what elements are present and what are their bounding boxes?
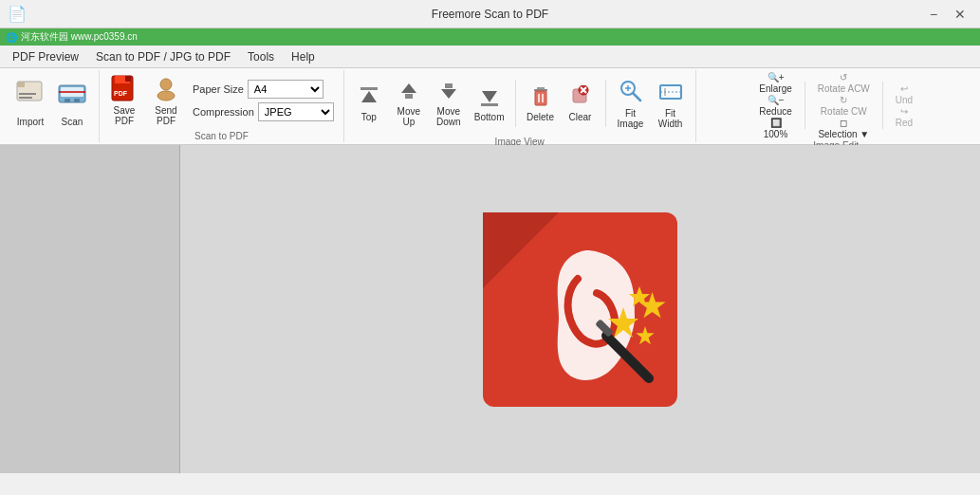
save-pdf-icon: PDF — [111, 75, 138, 103]
rotate-acw-label: Rotate ACW — [818, 83, 870, 94]
scan-label: Scan — [62, 117, 83, 127]
close-button[interactable]: ✕ — [948, 5, 972, 24]
scan-to-pdf-form: Paper Size A4 A3 Letter Legal Compressio… — [189, 78, 338, 123]
fit-width-button[interactable]: FitWidth — [652, 75, 690, 132]
svg-rect-12 — [125, 76, 131, 82]
undo-redo-controls: ↩ Und ↪ Red — [891, 83, 917, 127]
scan-icon — [57, 78, 87, 115]
svg-rect-1 — [17, 82, 25, 87]
fit-image-svg — [618, 78, 644, 104]
selection-icon: ◻ — [840, 118, 847, 128]
app-icon: 📄 — [8, 5, 27, 23]
send-pdf-label: SendPDF — [155, 105, 176, 126]
save-pdf-button[interactable]: PDF SavePDF — [105, 72, 143, 129]
rotate-cw-icon: ↻ — [840, 95, 847, 105]
selection-button[interactable]: ◻ Selection ▼ — [813, 118, 875, 138]
top-icon — [358, 85, 380, 110]
import-svg — [15, 78, 46, 108]
svg-rect-20 — [445, 83, 453, 88]
menu-scan-to-pdf[interactable]: Scan to PDF / JPG to PDF — [87, 47, 239, 66]
bottom-icon — [478, 85, 501, 110]
fit-image-icon — [618, 78, 644, 106]
left-panel — [0, 145, 180, 473]
move-up-svg — [398, 80, 420, 102]
compression-label: Compression — [193, 106, 254, 118]
top-label: Top — [361, 112, 377, 122]
send-pdf-button[interactable]: SendPDF — [147, 72, 185, 129]
move-down-button[interactable]: MoveDown — [430, 75, 468, 132]
watermark-banner: 🌐 河东软件园 www.pc0359.cn — [0, 28, 980, 46]
move-up-icon — [398, 80, 420, 104]
rotate-controls: ↺ Rotate ACW ↻ Rotate CW ◻ Selection ▼ — [813, 72, 875, 138]
menu-pdf-preview[interactable]: PDF Preview — [4, 47, 87, 66]
send-pdf-icon — [153, 75, 179, 103]
delete-icon — [529, 85, 552, 110]
top-svg — [358, 85, 380, 108]
send-pdf-svg — [153, 75, 179, 101]
svg-line-33 — [633, 93, 640, 101]
window-title: Freemore Scan to PDF — [432, 8, 548, 21]
clear-svg — [569, 85, 592, 108]
ribbon-group-scan-to-pdf: PDF SavePDF SendPDF — [100, 70, 344, 142]
delete-label: Delete — [527, 112, 554, 122]
import-label: Import — [17, 117, 44, 127]
app-logo — [483, 212, 677, 407]
svg-rect-25 — [535, 91, 546, 105]
separator-3 — [804, 82, 805, 129]
bottom-button[interactable]: Bottom — [470, 75, 509, 132]
selection-label: Selection ▼ — [818, 129, 869, 139]
ribbon-content: Import Scan — [0, 68, 980, 144]
svg-rect-6 — [65, 99, 70, 102]
move-down-label: MoveDown — [436, 106, 461, 127]
undo-button[interactable]: ↩ Und — [891, 83, 917, 104]
undo-icon: ↩ — [900, 83, 908, 94]
move-up-button[interactable]: MoveUp — [390, 75, 428, 132]
delete-button[interactable]: Delete — [522, 75, 560, 132]
svg-rect-7 — [74, 99, 80, 102]
paper-size-select[interactable]: A4 A3 Letter Legal — [248, 80, 324, 99]
clear-button[interactable]: Clear — [562, 75, 600, 132]
ribbon-group-import-scan: Import Scan — [4, 70, 100, 142]
delete-svg — [529, 85, 552, 108]
separator-4 — [882, 82, 883, 129]
ribbon-group-image-view: Top MoveUp — [344, 70, 696, 142]
clear-icon — [569, 85, 592, 110]
reduce-button[interactable]: 🔍− Reduce — [754, 95, 796, 116]
workspace — [180, 145, 980, 473]
import-button[interactable]: Import — [9, 74, 51, 131]
menu-help[interactable]: Help — [283, 47, 324, 66]
enlarge-button[interactable]: 🔍+ Enlarge — [754, 72, 796, 93]
redo-button[interactable]: ↪ Red — [891, 106, 917, 127]
svg-rect-18 — [405, 94, 413, 99]
compression-select[interactable]: JPEG PNG TIFF — [258, 102, 334, 121]
fit-image-button[interactable]: FitImage — [612, 75, 650, 132]
rotate-acw-button[interactable]: ↺ Rotate ACW — [813, 72, 875, 93]
scan-button[interactable]: Scan — [51, 74, 93, 131]
save-pdf-svg: PDF — [111, 75, 138, 101]
reduce-icon: 🔍− — [767, 95, 785, 105]
zoom-100-button[interactable]: 🔲 100% — [754, 118, 796, 138]
separator-2 — [605, 80, 606, 127]
menu-tools[interactable]: Tools — [239, 47, 283, 66]
zoom-100-label: 100% — [764, 129, 788, 139]
reduce-label: Reduce — [759, 106, 791, 117]
minimize-button[interactable]: − — [921, 5, 946, 24]
scan-svg — [57, 78, 87, 108]
rotate-cw-button[interactable]: ↻ Rotate CW — [813, 95, 875, 116]
svg-marker-22 — [482, 91, 497, 102]
zoom-controls: 🔍+ Enlarge 🔍− Reduce 🔲 100% — [754, 72, 796, 138]
svg-marker-17 — [401, 83, 416, 93]
top-button[interactable]: Top — [350, 75, 388, 132]
redo-icon: ↪ — [900, 106, 908, 117]
svg-rect-2 — [19, 93, 36, 95]
paper-size-label: Paper Size — [193, 83, 244, 95]
fit-width-svg — [657, 78, 684, 104]
zoom-100-icon: 🔲 — [770, 118, 782, 128]
enlarge-label: Enlarge — [759, 83, 791, 94]
svg-point-14 — [157, 91, 175, 101]
undo-label: Und — [896, 95, 913, 105]
move-down-icon — [437, 80, 460, 104]
clear-label: Clear — [569, 112, 592, 122]
bottom-svg — [478, 85, 501, 108]
watermark-text: 河东软件园 www.pc0359.cn — [21, 30, 138, 44]
